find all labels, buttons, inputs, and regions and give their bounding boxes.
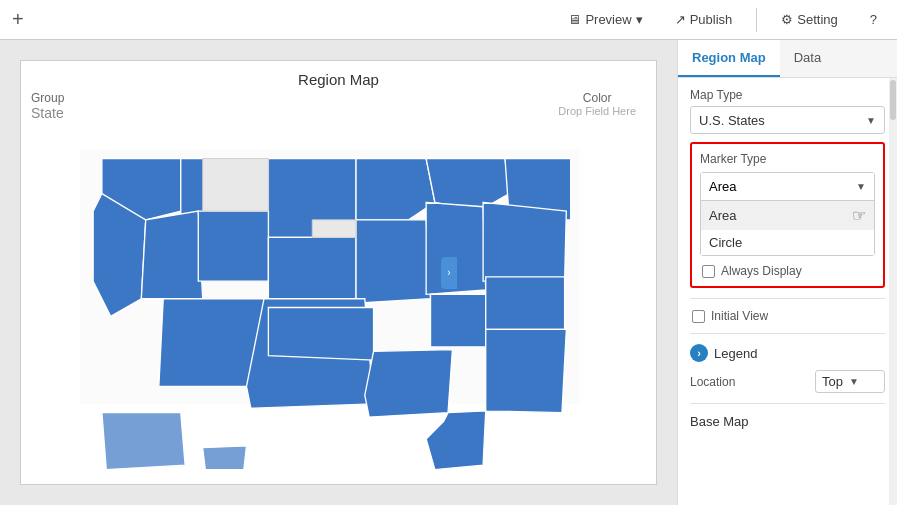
map-type-arrow-icon: ▼ bbox=[866, 115, 876, 126]
panel-tabs: Region Map Data bbox=[678, 40, 897, 78]
preview-dropdown-icon: ▾ bbox=[636, 12, 643, 27]
svg-marker-21 bbox=[426, 411, 486, 470]
base-map-label: Base Map bbox=[690, 414, 885, 429]
group-label: Group bbox=[31, 91, 64, 105]
canvas-inner: Region Map Group State Color Drop Field … bbox=[20, 60, 657, 485]
marker-type-selected-display[interactable]: Area ▼ bbox=[701, 173, 874, 201]
svg-marker-17 bbox=[365, 350, 453, 417]
color-drop-zone[interactable]: Color Drop Field Here bbox=[558, 91, 636, 117]
section-divider-2 bbox=[690, 333, 885, 334]
section-divider-1 bbox=[690, 298, 885, 299]
dropdown-item-circle[interactable]: Circle bbox=[701, 230, 874, 255]
map-type-select[interactable]: U.S. States ▼ bbox=[690, 106, 885, 134]
toolbar: + 🖥 Preview ▾ ↗ Publish ⚙ Setting ? bbox=[0, 0, 897, 40]
legend-title: Legend bbox=[714, 346, 757, 361]
svg-marker-13 bbox=[483, 202, 566, 281]
location-label: Location bbox=[690, 375, 735, 389]
marker-type-dropdown[interactable]: Area ▼ Area ☞ Circle bbox=[700, 172, 875, 256]
tab-region-map[interactable]: Region Map bbox=[678, 40, 780, 77]
expand-icon: › bbox=[697, 347, 701, 359]
panel-scrollbar-thumb bbox=[890, 80, 896, 120]
location-select[interactable]: Top ▼ bbox=[815, 370, 885, 393]
svg-marker-8 bbox=[141, 211, 202, 299]
panel-scrollbar[interactable] bbox=[889, 78, 897, 505]
initial-view-checkbox[interactable] bbox=[692, 310, 705, 323]
toolbar-divider bbox=[756, 8, 757, 32]
preview-label: Preview bbox=[585, 12, 631, 27]
panel-content: Map Type U.S. States ▼ Marker Type Area … bbox=[678, 78, 897, 505]
area-option-label: Area bbox=[709, 208, 736, 223]
svg-marker-10 bbox=[268, 237, 356, 307]
location-row: Location Top ▼ bbox=[690, 370, 885, 393]
svg-marker-9 bbox=[198, 211, 268, 281]
marker-type-label: Marker Type bbox=[700, 152, 875, 166]
gear-icon: ⚙ bbox=[781, 12, 793, 27]
state-label: State bbox=[31, 105, 64, 121]
settings-label: Setting bbox=[797, 12, 837, 27]
svg-marker-16 bbox=[268, 308, 373, 361]
legend-expand-button[interactable]: › bbox=[690, 344, 708, 362]
dropdown-arrow-icon: ▼ bbox=[856, 181, 866, 192]
canvas-area: Region Map Group State Color Drop Field … bbox=[0, 40, 677, 505]
help-button[interactable]: ? bbox=[862, 8, 885, 31]
location-value: Top bbox=[822, 374, 843, 389]
svg-marker-25 bbox=[203, 446, 247, 470]
svg-marker-4 bbox=[356, 159, 435, 220]
circle-option-label: Circle bbox=[709, 235, 742, 250]
publish-label: Publish bbox=[690, 12, 733, 27]
initial-view-label: Initial View bbox=[711, 309, 768, 323]
section-divider-3 bbox=[690, 403, 885, 404]
panel-collapse-button[interactable]: › bbox=[441, 257, 457, 289]
settings-button[interactable]: ⚙ Setting bbox=[773, 8, 845, 31]
dropdown-item-area[interactable]: Area ☞ bbox=[701, 201, 874, 230]
cursor-icon: ☞ bbox=[852, 206, 866, 225]
chevron-right-icon: › bbox=[447, 267, 450, 278]
add-button[interactable]: + bbox=[12, 8, 24, 31]
map-type-value: U.S. States bbox=[699, 113, 765, 128]
always-display-checkbox[interactable] bbox=[702, 265, 715, 278]
initial-view-row: Initial View bbox=[692, 309, 885, 323]
svg-marker-11 bbox=[356, 220, 430, 303]
preview-button[interactable]: 🖥 Preview ▾ bbox=[560, 8, 650, 31]
group-drop-zone[interactable]: Group State bbox=[31, 91, 64, 121]
marker-type-selected-value: Area bbox=[709, 179, 736, 194]
svg-marker-24 bbox=[102, 413, 185, 470]
drop-field-hint: Drop Field Here bbox=[558, 105, 636, 117]
svg-marker-19 bbox=[486, 277, 565, 330]
svg-marker-23 bbox=[312, 220, 356, 238]
main-content: Region Map Group State Color Drop Field … bbox=[0, 40, 897, 505]
always-display-row: Always Display bbox=[702, 264, 875, 278]
publish-button[interactable]: ↗ Publish bbox=[667, 8, 741, 31]
tab-data[interactable]: Data bbox=[780, 40, 835, 77]
marker-type-section: Marker Type Area ▼ Area ☞ Circle bbox=[690, 142, 885, 288]
publish-icon: ↗ bbox=[675, 12, 686, 27]
right-panel: Region Map Data Map Type U.S. States ▼ M… bbox=[677, 40, 897, 505]
color-label: Color bbox=[558, 91, 636, 105]
help-icon: ? bbox=[870, 12, 877, 27]
marker-type-dropdown-list: Area ☞ Circle bbox=[701, 201, 874, 255]
us-map-svg bbox=[31, 141, 646, 474]
map-container[interactable] bbox=[31, 141, 646, 474]
svg-marker-22 bbox=[203, 159, 269, 212]
always-display-label: Always Display bbox=[721, 264, 802, 278]
location-arrow-icon: ▼ bbox=[849, 376, 859, 387]
legend-section: › Legend bbox=[690, 344, 885, 362]
svg-marker-20 bbox=[486, 329, 567, 412]
map-type-label: Map Type bbox=[690, 88, 885, 102]
preview-icon: 🖥 bbox=[568, 12, 581, 27]
